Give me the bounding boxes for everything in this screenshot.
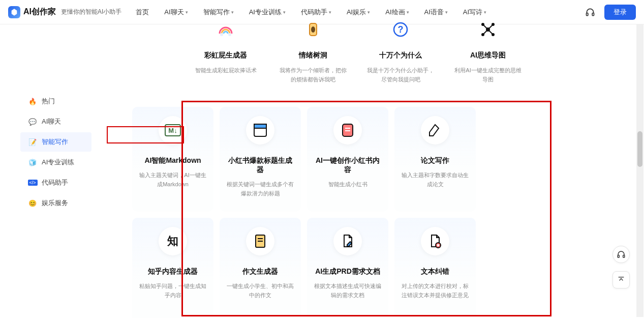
chat-icon: 💬 xyxy=(28,118,37,126)
nav-ai-voice[interactable]: AI语音▾ xyxy=(424,8,448,17)
nav-smart-writing[interactable]: 智能写作▾ xyxy=(203,8,234,17)
mindmap-icon xyxy=(477,18,499,41)
card-treehole[interactable]: 情绪树洞 我将作为一个倾听者，把你的烦恼都告诉我吧 xyxy=(272,18,354,84)
svg-rect-1 xyxy=(592,13,594,15)
question-icon: ? xyxy=(389,18,412,41)
svg-text:M↓: M↓ xyxy=(168,127,177,134)
nav-ai-painting[interactable]: AI绘画▾ xyxy=(385,8,409,17)
card-essay[interactable]: 作文生成器 一键生成小学生、初中和高中的作文 xyxy=(220,218,301,318)
chevron-down-icon: ▾ xyxy=(484,10,486,15)
svg-line-14 xyxy=(488,24,493,30)
svg-text:?: ? xyxy=(398,24,404,35)
card-proofread[interactable]: 文本纠错 对上传的文本进行校对，标注错误文本并提供修正意见 xyxy=(394,218,476,318)
sidebar: 🔥 热门 💬 AI聊天 📝 智能写作 🧊 AI专业训练 </> 代码助手 😊 娱… xyxy=(0,24,112,318)
chevron-down-icon: ▾ xyxy=(445,10,448,15)
tagline: 更懂你的智能AI小助手 xyxy=(61,8,121,16)
support-button[interactable] xyxy=(612,246,630,263)
svg-line-15 xyxy=(483,30,488,35)
chevron-down-icon: ▾ xyxy=(186,10,188,15)
cube-icon: 🧊 xyxy=(28,158,37,166)
back-to-top-button[interactable] xyxy=(612,271,630,288)
markdown-icon: M↓ xyxy=(159,116,187,144)
sidebar-item-code[interactable]: </> 代码助手 xyxy=(20,173,91,192)
note-icon xyxy=(333,116,362,144)
login-button[interactable]: 登录 xyxy=(604,5,636,20)
chevron-down-icon: ▾ xyxy=(283,10,286,15)
logo-icon xyxy=(8,6,20,18)
card-xhs-content[interactable]: AI一键创作小红书内容 智能生成小红书 xyxy=(307,107,388,212)
card-thesis[interactable]: 论文写作 输入主题和字数要求自动生成论文 xyxy=(394,107,476,212)
smile-icon: 😊 xyxy=(28,199,37,207)
headset-icon[interactable] xyxy=(585,7,595,17)
card-prd[interactable]: AI生成PRD需求文档 根据文本描述生成可快速编辑的需求文档 xyxy=(307,218,388,318)
logo-text: AI创作家 xyxy=(23,7,56,17)
treehole-icon xyxy=(302,18,324,41)
nav-ai-entertainment[interactable]: AI娱乐▾ xyxy=(347,8,370,17)
logo[interactable]: AI创作家 xyxy=(8,6,56,18)
svg-rect-31 xyxy=(618,255,619,258)
chevron-down-icon: ▾ xyxy=(367,10,370,15)
svg-rect-32 xyxy=(623,255,625,258)
nav: 首页 AI聊天▾ 智能写作▾ AI专业训练▾ 代码助手▾ AI娱乐▾ AI绘画▾… xyxy=(136,8,585,17)
code-icon: </> xyxy=(28,179,37,187)
nav-ai-poetry[interactable]: AI写诗▾ xyxy=(463,8,486,17)
essay-icon xyxy=(246,227,274,255)
nav-home[interactable]: 首页 xyxy=(136,8,149,17)
nav-ai-training[interactable]: AI专业训练▾ xyxy=(249,8,286,17)
card-grid: M↓ AI智能Markdown 输入主题关键词，AI一键生成Markdown 小… xyxy=(132,107,634,318)
svg-point-2 xyxy=(220,33,223,36)
card-why[interactable]: ? 十万个为什么 我是十万个为什么小助手，尽管向我提问吧 xyxy=(360,18,441,84)
chevron-down-icon: ▾ xyxy=(231,10,234,15)
flame-icon: 🔥 xyxy=(28,97,37,105)
svg-point-5 xyxy=(311,26,315,33)
sidebar-item-writing[interactable]: 📝 智能写作 xyxy=(20,132,91,152)
svg-point-3 xyxy=(228,33,231,36)
card-rainbow[interactable]: 彩虹屁生成器 智能生成彩虹屁吹捧话术 xyxy=(185,18,266,84)
chevron-down-icon: ▾ xyxy=(407,10,409,15)
scrollbar-track[interactable] xyxy=(636,24,643,317)
svg-rect-0 xyxy=(587,13,588,15)
svg-line-16 xyxy=(488,30,493,35)
sidebar-item-entertainment[interactable]: 😊 娱乐服务 xyxy=(20,193,91,213)
sidebar-item-chat[interactable]: 💬 AI聊天 xyxy=(20,112,91,131)
sidebar-item-hot[interactable]: 🔥 热门 xyxy=(20,92,91,111)
card-xhs-title[interactable]: 小红书爆款标题生成器 根据关键词一键生成多个有爆款潜力的标题 xyxy=(220,107,301,212)
nav-code-helper[interactable]: 代码助手▾ xyxy=(301,8,331,17)
chevron-down-icon: ▾ xyxy=(329,10,331,15)
svg-rect-20 xyxy=(254,124,266,128)
rainbow-icon xyxy=(214,18,237,41)
card-mindmap[interactable]: AI思维导图 利用AI一键生成完整的思维导图 xyxy=(447,18,529,84)
svg-line-13 xyxy=(483,24,488,30)
top-card-row: 彩虹屁生成器 智能生成彩虹屁吹捧话术 情绪树洞 我将作为一个倾听者，把你的烦恼都… xyxy=(185,18,529,84)
nav-ai-chat[interactable]: AI聊天▾ xyxy=(164,8,188,17)
pen-icon xyxy=(421,116,449,144)
header-right: 登录 xyxy=(585,5,636,20)
sidebar-item-training[interactable]: 🧊 AI专业训练 xyxy=(20,153,91,172)
card-markdown[interactable]: M↓ AI智能Markdown 输入主题关键词，AI一键生成Markdown xyxy=(132,107,213,212)
card-zhihu[interactable]: 知 知乎内容生成器 粘贴知乎问题，一键生成知乎内容 xyxy=(132,218,213,318)
doc-edit-icon xyxy=(333,227,362,255)
scrollbar-thumb[interactable] xyxy=(637,131,642,167)
zhihu-icon: 知 xyxy=(159,227,187,255)
floating-actions xyxy=(612,246,630,288)
window-icon xyxy=(246,116,274,144)
edit-icon: 📝 xyxy=(28,138,37,146)
doc-error-icon xyxy=(421,227,449,255)
